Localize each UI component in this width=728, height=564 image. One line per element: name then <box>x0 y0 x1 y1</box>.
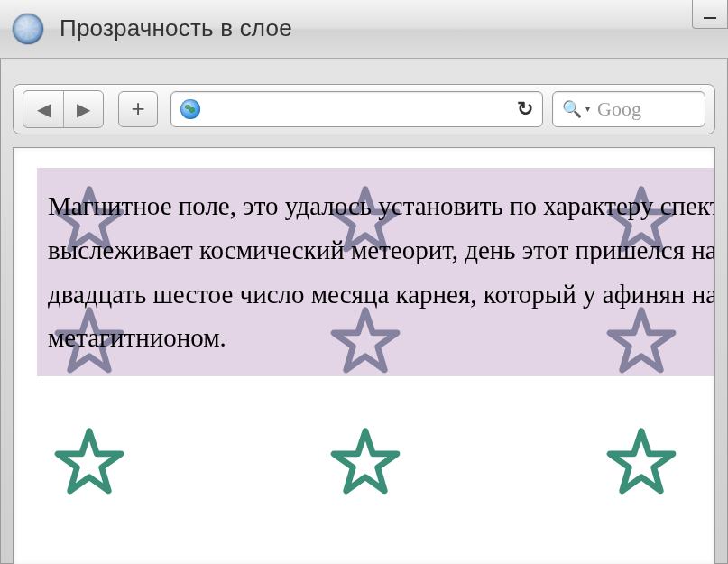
globe-icon <box>180 99 200 119</box>
nav-group: ◀ ▶ <box>23 90 104 128</box>
reload-icon: ↻ <box>517 97 533 120</box>
overlay-text-box: Магнитное поле, это удалось установить п… <box>37 168 715 376</box>
back-icon: ◀ <box>37 98 51 120</box>
window-title: Прозрачность в слое <box>60 14 292 42</box>
forward-icon: ▶ <box>77 98 90 120</box>
star-icon <box>53 428 125 496</box>
window-controls <box>692 0 728 29</box>
star-icon <box>605 428 677 496</box>
search-placeholder: Goog <box>597 97 641 121</box>
back-button[interactable]: ◀ <box>23 91 63 127</box>
star-row <box>37 428 715 496</box>
browser-window: Прозрачность в слое ◀ ▶ + ↻ 🔍 ▾ Goog <box>0 0 728 564</box>
new-tab-button[interactable]: + <box>118 91 158 127</box>
plus-icon: + <box>131 95 144 123</box>
page-viewport: Магнитное поле, это удалось установить п… <box>13 147 715 564</box>
url-bar[interactable]: ↻ <box>170 91 543 127</box>
search-icon: 🔍 <box>562 99 582 119</box>
toolbar: ◀ ▶ + ↻ 🔍 ▾ Goog <box>13 84 715 134</box>
content-area: Магнитное поле, это удалось установить п… <box>37 168 715 564</box>
titlebar: Прозрачность в слое <box>0 0 728 59</box>
forward-button[interactable]: ▶ <box>63 91 103 127</box>
search-dropdown-icon: ▾ <box>585 104 590 114</box>
search-bar[interactable]: 🔍 ▾ Goog <box>552 91 705 127</box>
minimize-button[interactable] <box>692 0 728 29</box>
reload-button[interactable]: ↻ <box>517 97 533 121</box>
paragraph-text: Магнитное поле, это удалось установить п… <box>48 191 715 352</box>
star-icon <box>329 428 401 496</box>
page-favicon <box>13 14 43 44</box>
